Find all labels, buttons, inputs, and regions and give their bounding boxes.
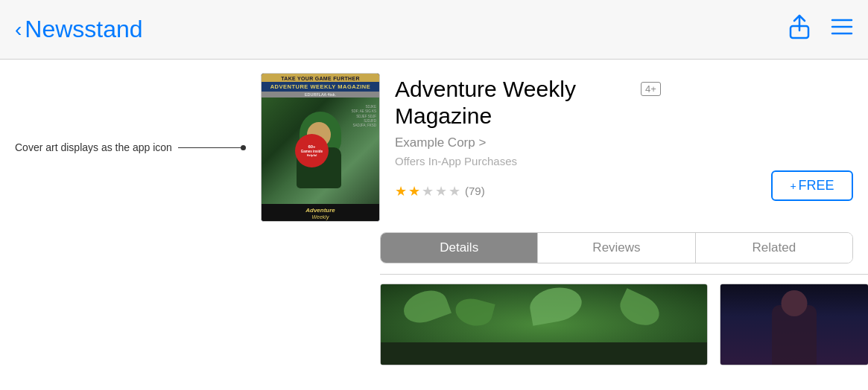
- free-plus: +: [790, 180, 796, 192]
- screenshot-2: [720, 284, 868, 365]
- iap-text: Offers In-App Purchases: [395, 155, 853, 167]
- free-label: FREE: [799, 178, 834, 194]
- screenshot-1: [380, 284, 708, 365]
- rating-count: (79): [465, 185, 485, 197]
- app-name-row: Adventure Weekly Magazine 4+: [395, 76, 853, 130]
- main-content: Cover art displays as the app icon TAKE …: [0, 60, 868, 390]
- header-right: [789, 14, 853, 45]
- annotation-line: [178, 147, 246, 148]
- stars-row: ★ ★ ★ ★ ★ (79): [395, 183, 485, 199]
- cover-logo: Adventure: [305, 207, 335, 214]
- cover-art-wrapper: TAKE YOUR GAME FURTHER ADVENTURE WEEKLY …: [261, 73, 380, 222]
- developer[interactable]: Example Corp >: [395, 135, 853, 150]
- tab-related[interactable]: Related: [696, 233, 852, 263]
- cover-subtitle-bar: EDURFLAA 4tsk.: [262, 92, 379, 98]
- star-3: ★: [422, 183, 434, 199]
- star-1: ★: [395, 183, 407, 199]
- cover-art: TAKE YOUR GAME FURTHER ADVENTURE WEEKLY …: [261, 73, 380, 222]
- rating-free-row: ★ ★ ★ ★ ★ (79) + FREE: [395, 178, 853, 201]
- tab-details[interactable]: Details: [381, 233, 538, 263]
- annotation-dot: [241, 145, 246, 150]
- tabs-bar: Details Reviews Related: [380, 232, 853, 263]
- header-left: ‹ Newsstand: [15, 16, 143, 43]
- cover-top-bar: TAKE YOUR GAME FURTHER: [262, 74, 379, 82]
- cover-title-bar: ADVENTURE WEEKLY MAGAZINE: [262, 82, 379, 92]
- app-details: Adventure Weekly Magazine 4+ Example Cor…: [395, 73, 853, 222]
- cover-bottom: Adventure Weekly: [262, 204, 379, 221]
- back-button[interactable]: Newsstand: [25, 16, 142, 43]
- stars: ★ ★ ★ ★ ★: [395, 183, 460, 199]
- cover-illustration: 60+ Games inside Helpful SDJKESDF; AE SI…: [262, 98, 379, 204]
- tab-reviews[interactable]: Reviews: [538, 233, 695, 263]
- star-2: ★: [408, 183, 420, 199]
- age-badge: 4+: [641, 82, 661, 96]
- back-chevron-icon[interactable]: ‹: [15, 19, 22, 40]
- cover-logo-sub: Weekly: [312, 214, 329, 220]
- star-5: ★: [449, 183, 460, 199]
- app-name: Adventure Weekly Magazine: [395, 76, 633, 130]
- header: ‹ Newsstand: [0, 0, 868, 60]
- annotation-text: Cover art displays as the app icon: [15, 141, 172, 153]
- star-4: ★: [435, 183, 447, 199]
- left-space: Cover art displays as the app icon: [15, 73, 246, 222]
- cover-badge: 60+ Games inside Helpful: [295, 134, 329, 167]
- screenshots-row: [380, 284, 868, 365]
- top-section: Cover art displays as the app icon TAKE …: [0, 60, 868, 232]
- annotation-container: Cover art displays as the app icon: [15, 141, 246, 153]
- list-icon[interactable]: [831, 17, 853, 42]
- free-button[interactable]: + FREE: [771, 170, 853, 201]
- share-icon[interactable]: [789, 14, 810, 45]
- separator: [380, 274, 868, 275]
